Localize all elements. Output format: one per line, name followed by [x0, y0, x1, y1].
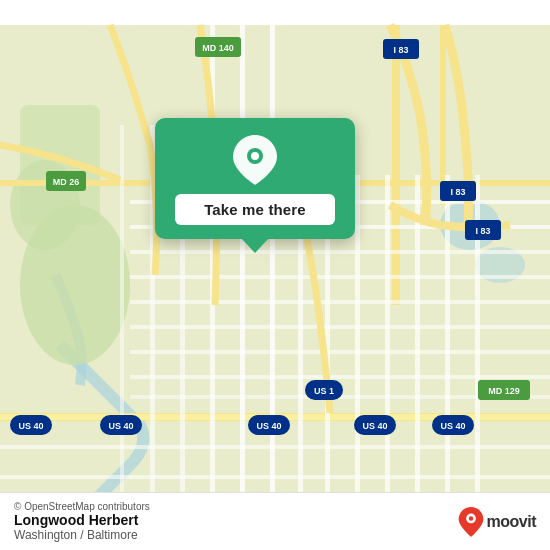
popup-card: Take me there — [155, 118, 355, 239]
location-pin-icon — [233, 135, 277, 185]
map-background: MD 140 I 83 MD 26 I 83 I 83 US 1 US 40 U… — [0, 0, 550, 550]
svg-text:US 40: US 40 — [362, 421, 387, 431]
svg-text:MD 129: MD 129 — [488, 386, 520, 396]
svg-point-64 — [251, 152, 259, 160]
svg-rect-32 — [130, 375, 550, 379]
svg-rect-10 — [392, 25, 400, 305]
take-me-there-button[interactable]: Take me there — [175, 194, 335, 225]
svg-rect-28 — [130, 275, 550, 279]
svg-text:MD 26: MD 26 — [53, 177, 80, 187]
bottom-left: © OpenStreetMap contributors Longwood He… — [14, 501, 150, 542]
location-subtitle: Washington / Baltimore — [14, 528, 150, 542]
svg-text:US 40: US 40 — [18, 421, 43, 431]
location-icon-wrap — [231, 136, 279, 184]
svg-text:I 83: I 83 — [450, 187, 465, 197]
location-title: Longwood Herbert — [14, 512, 150, 528]
svg-rect-29 — [130, 300, 550, 304]
osm-credit: © OpenStreetMap contributors — [14, 501, 150, 512]
svg-point-66 — [468, 516, 472, 520]
svg-rect-24 — [120, 125, 124, 525]
svg-text:US 40: US 40 — [256, 421, 281, 431]
svg-rect-31 — [130, 350, 550, 354]
moovit-logo: moovit — [458, 507, 536, 537]
bottom-bar: © OpenStreetMap contributors Longwood He… — [0, 492, 550, 550]
moovit-text: moovit — [487, 513, 536, 531]
svg-text:MD 140: MD 140 — [202, 43, 234, 53]
svg-rect-27 — [130, 250, 550, 254]
svg-text:US 1: US 1 — [314, 386, 334, 396]
svg-text:I 83: I 83 — [393, 45, 408, 55]
svg-rect-35 — [0, 475, 550, 479]
svg-text:US 40: US 40 — [108, 421, 133, 431]
svg-text:US 40: US 40 — [440, 421, 465, 431]
moovit-brand-icon — [458, 507, 484, 537]
svg-rect-34 — [0, 445, 550, 449]
svg-rect-30 — [130, 325, 550, 329]
map-container: MD 140 I 83 MD 26 I 83 I 83 US 1 US 40 U… — [0, 0, 550, 550]
svg-text:I 83: I 83 — [475, 226, 490, 236]
